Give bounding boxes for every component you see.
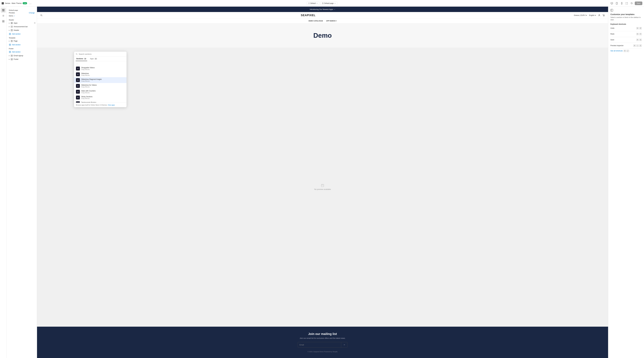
- tree-item-announcement[interactable]: ▶ Announcement bar: [7, 25, 37, 28]
- mobile-view-button[interactable]: [620, 2, 624, 5]
- popup-tabs: Sections 18 Apps 15: [74, 57, 126, 61]
- change-link[interactable]: Change: [29, 12, 35, 14]
- default-page-label: Default page: [7, 8, 37, 12]
- search-sections-input[interactable]: [79, 53, 125, 55]
- key-cmd: ⌘: [636, 33, 639, 35]
- add-section-popup: Sections 18 Apps 15 — A Shoppable Videos: [74, 52, 126, 107]
- key-cmd: ⌘: [636, 39, 639, 41]
- add-section-footer-label: Add section: [12, 51, 20, 53]
- key-cmd: ⌘: [633, 44, 636, 47]
- store-language[interactable]: English ▾: [589, 14, 596, 16]
- email-input[interactable]: [298, 342, 341, 347]
- chevron-icon: ▶: [9, 40, 10, 42]
- live-badge: Live: [23, 2, 27, 4]
- popup-item-stats[interactable]: A Stats with Counters Snap Blocks: [74, 89, 126, 94]
- key-cmd: ⌘: [624, 50, 626, 52]
- add-section-template-button[interactable]: Add section: [7, 43, 37, 47]
- undo-button[interactable]: [630, 2, 634, 5]
- tree-item-header[interactable]: ▶ Header: [7, 28, 37, 32]
- chevron-icon: ▶: [9, 30, 10, 31]
- stats-icon: A: [76, 90, 80, 94]
- tablet-view-button[interactable]: [615, 2, 619, 5]
- save-keys: ⌘ S: [636, 39, 642, 41]
- slideshow-icon: A: [76, 72, 80, 76]
- popup-items-list: — A Shoppable Videos Snap Blocks A Slide…: [74, 61, 126, 102]
- key-s: S: [639, 39, 642, 41]
- popup-item-slideshow[interactable]: A Slideshow Snap Blocks: [74, 72, 126, 77]
- store-header: SEAPIXEL Greece | EUR € ▾ English ▾: [37, 12, 608, 19]
- default-dropdown-button[interactable]: Default: [307, 2, 320, 5]
- save-label: Save: [610, 39, 614, 41]
- tree-item-page[interactable]: ▶ Page: [7, 39, 37, 43]
- svg-rect-18: [3, 22, 4, 22]
- sections-count-badge: 18: [84, 58, 86, 60]
- search-icon[interactable]: [40, 14, 42, 16]
- nav-demo-catalogue[interactable]: DEMO CATALOGUE: [308, 20, 323, 22]
- store-hero-title: Demo: [313, 32, 332, 39]
- svg-point-47: [604, 16, 604, 16]
- add-section-header-button[interactable]: Add section: [7, 32, 37, 36]
- store-locale[interactable]: Greece | EUR € ▾: [574, 14, 587, 16]
- tree-item-footer-label: Footer: [14, 58, 18, 60]
- apps-nav-button[interactable]: [1, 19, 6, 24]
- desktop-view-button[interactable]: [610, 2, 614, 5]
- popup-item-text: Sticky Sections Snap Blocks: [81, 96, 92, 99]
- theme-name: Sense - Main Theme: [5, 2, 22, 4]
- icon-sidebar: [0, 7, 7, 358]
- save-button[interactable]: Save: [635, 2, 642, 5]
- ellipsis-button[interactable]: …: [28, 2, 32, 5]
- popup-item-testimonials[interactable]: A Testimonials Rotator Snap Blocks: [74, 100, 126, 102]
- svg-rect-13: [3, 10, 4, 11]
- popup-item-text: Slideshow for Videos Snap Blocks: [81, 84, 97, 88]
- tab-sections[interactable]: Sections 18: [76, 57, 87, 61]
- tree-item-announcement-label: Announcement bar: [14, 26, 28, 28]
- popup-item-slideshow-diagonal[interactable]: A Slideshow Diagonal Images Snap Blocks: [74, 77, 126, 83]
- shortcut-undo: Undo ⌘ Z: [610, 26, 642, 30]
- page-dropdown-button[interactable]: Default page: [320, 2, 337, 5]
- key-slash: /: [626, 50, 629, 52]
- expand-view-button[interactable]: [625, 2, 629, 5]
- sections-nav-button[interactable]: [1, 8, 6, 13]
- tree-item-email-signup[interactable]: ▶ Email signup: [7, 54, 37, 58]
- svg-rect-17: [2, 22, 3, 22]
- popup-item-sticky[interactable]: A Sticky Sections Snap Blocks: [74, 94, 126, 100]
- nav-app-demos[interactable]: APP DEMOS ▾: [326, 20, 337, 22]
- tree-item-page-label: Page: [14, 40, 18, 42]
- preview-inspector-keys: ⌘ ⇧ I: [633, 44, 642, 47]
- popup-item-text: Shoppable Videos Snap Blocks: [81, 67, 94, 70]
- svg-point-46: [604, 16, 604, 16]
- preview-inspector-label: Preview inspector: [610, 44, 624, 46]
- svg-point-41: [76, 53, 77, 54]
- account-icon[interactable]: [598, 14, 600, 16]
- shortcut-redo: Redo ⌘ Y: [610, 32, 642, 36]
- popup-item-sub: Snap Blocks: [81, 80, 102, 82]
- shortcut-divider: [610, 31, 642, 31]
- tab-apps[interactable]: Apps 15: [90, 57, 98, 61]
- header-icon: [11, 29, 13, 31]
- popup-item-snap-blocks[interactable]: A Shoppable Videos Snap Blocks: [74, 66, 126, 72]
- svg-rect-12: [2, 10, 3, 11]
- page-icon: [11, 40, 13, 42]
- top-bar-right: Save: [338, 2, 642, 5]
- mailing-subtitle: Join our email list for exclusive offers…: [40, 337, 605, 339]
- eye-icon[interactable]: 👁: [34, 22, 36, 24]
- svg-rect-39: [11, 58, 12, 60]
- tree-item-footer[interactable]: ▶ Footer: [7, 58, 37, 61]
- tree-item-apps[interactable]: ▶ Apps 👁: [7, 21, 37, 25]
- external-link-icon: ↗: [14, 15, 15, 17]
- settings-nav-button[interactable]: [1, 13, 6, 18]
- svg-rect-11: [2, 9, 4, 10]
- sticky-icon: A: [76, 96, 80, 100]
- see-all-keys: ⌘ /: [624, 50, 629, 52]
- view-apps-link[interactable]: View apps: [108, 104, 115, 106]
- template-section-label: Template: [7, 36, 37, 39]
- svg-rect-21: [11, 23, 12, 24]
- undo-label: Undo: [610, 27, 614, 29]
- cart-icon[interactable]: [602, 14, 605, 16]
- email-submit-button[interactable]: →: [341, 342, 347, 347]
- see-all-shortcuts-button[interactable]: See all shortcuts ⌘ /: [610, 50, 642, 52]
- popup-item-slideshow-videos[interactable]: A Slideshow for Videos Snap Blocks: [74, 83, 126, 89]
- add-section-footer-button[interactable]: Add section: [7, 50, 37, 54]
- svg-line-42: [77, 54, 78, 55]
- redo-label: Redo: [610, 33, 614, 35]
